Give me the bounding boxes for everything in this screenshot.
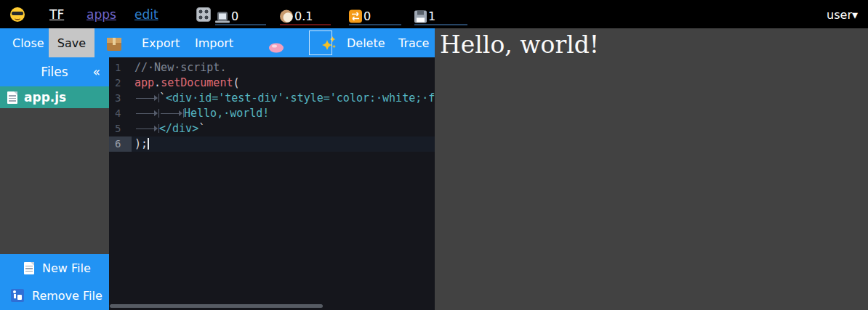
hamster-stat-field[interactable]: 0.1 <box>280 4 331 25</box>
code-token: ` <box>198 122 205 135</box>
remove-file-button[interactable]: Remove File <box>0 282 109 309</box>
line-number: 5 <box>109 121 132 136</box>
package-icon[interactable] <box>107 38 121 51</box>
laptop-icon <box>215 12 230 23</box>
code-token: //·New·script. <box>134 61 226 74</box>
tab-whitespace-marker <box>134 109 159 118</box>
rendered-output-text: Hello, world! <box>440 30 599 59</box>
shades <box>12 12 23 15</box>
line-number: 1 <box>109 60 132 76</box>
tab-whitespace-marker <box>134 94 159 102</box>
code-token: </div> <box>159 122 198 135</box>
files-panel-title: Files <box>41 65 68 79</box>
file-list-empty-area <box>0 108 109 254</box>
code-line: 1//·New·script. <box>109 60 435 76</box>
nav-link-tf[interactable]: TF <box>49 7 64 22</box>
trace-button[interactable]: Trace <box>398 36 429 50</box>
dice-icon[interactable] <box>196 7 211 22</box>
litter-bin-icon <box>11 289 24 302</box>
code-line: 4Hello,·world! <box>109 106 435 121</box>
save-button[interactable]: Save <box>49 28 95 57</box>
code-token: Hello,·world! <box>184 107 269 120</box>
code-token: <div·id='test-div'·style='color:·white;·… <box>166 91 435 105</box>
code-token: ( <box>233 76 239 89</box>
blank-button[interactable] <box>309 30 332 55</box>
file-item-appjs[interactable]: app.js <box>0 86 109 108</box>
code-token: ` <box>159 91 166 105</box>
line-number: 4 <box>109 106 132 121</box>
line-number: 6 <box>109 136 132 152</box>
code-token: . <box>154 76 161 89</box>
code-token: setDocument <box>161 76 233 89</box>
floppy-icon <box>414 10 427 23</box>
hamster-icon <box>280 9 293 23</box>
files-panel-header: Files « <box>0 57 109 86</box>
line-number: 3 <box>109 91 132 106</box>
nav-link-edit[interactable]: edit <box>134 7 158 22</box>
text-cursor <box>148 138 149 150</box>
new-file-icon <box>24 262 34 274</box>
tab-whitespace-marker <box>159 109 184 118</box>
repeat-icon <box>349 9 362 23</box>
code-line: 6); <box>109 136 435 152</box>
code-token: ); <box>134 137 148 150</box>
close-button[interactable]: Close <box>12 36 44 50</box>
file-name: app.js <box>24 90 66 105</box>
laptop-stat-field[interactable]: 0 <box>215 4 266 25</box>
file-icon <box>7 91 17 104</box>
floppy-stat-field[interactable]: 1 <box>414 4 467 25</box>
user-menu[interactable]: user▾ <box>827 7 858 21</box>
laptop-stat-value: 0 <box>231 9 238 23</box>
code-token: app <box>134 76 154 89</box>
hamster-stat-value: 0.1 <box>294 9 313 23</box>
smile <box>15 16 20 20</box>
code-line: 2app.setDocument( <box>109 76 435 91</box>
nav-link-apps[interactable]: apps <box>87 7 116 22</box>
code-editor[interactable]: 1//·New·script.2app.setDocument(3`<div·i… <box>109 57 435 310</box>
sunglasses-emoji-icon[interactable] <box>10 7 25 22</box>
delete-button[interactable]: Delete <box>347 36 385 50</box>
repeat-stat-value: 0 <box>363 9 371 23</box>
code-line: 5</div>` <box>109 121 435 136</box>
top-bar: TF apps edit 0 0.1 0 1 user▾ <box>0 0 868 28</box>
repeat-stat-field[interactable]: 0 <box>349 4 401 25</box>
new-file-button[interactable]: New File <box>0 254 109 282</box>
horizontal-scrollbar[interactable] <box>110 304 323 308</box>
new-file-label: New File <box>42 261 91 275</box>
export-button[interactable]: Export <box>142 36 180 50</box>
remove-file-label: Remove File <box>32 289 103 303</box>
code-lines: 1//·New·script.2app.setDocument(3`<div·i… <box>109 57 435 152</box>
line-number: 2 <box>109 76 132 91</box>
editor-toolbar: Close Save Export Import Delete Trace <box>0 28 435 57</box>
file-actions-panel: New File Remove File <box>0 254 109 310</box>
code-line: 3`<div·id='test-div'·style='color:·white… <box>109 91 435 106</box>
collapse-panel-button[interactable]: « <box>93 65 100 79</box>
tab-whitespace-marker <box>134 124 159 133</box>
import-button[interactable]: Import <box>195 36 233 50</box>
floppy-stat-value: 1 <box>428 9 435 23</box>
soap-icon[interactable] <box>269 44 284 53</box>
